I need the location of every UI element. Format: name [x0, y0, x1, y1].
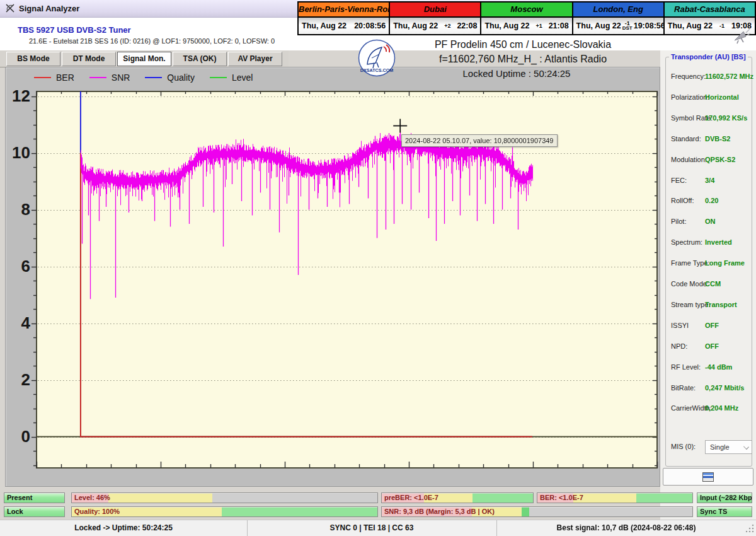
legend-label: Quality: [167, 73, 195, 83]
clock-date: Thu, Aug 22: [576, 21, 621, 30]
clock-time-row: Thu, Aug 22+121:08: [481, 18, 571, 34]
y-axis-label-6: 6: [8, 257, 30, 276]
status-segment-1: SYNC 0 | TEI 18 | CC 63: [247, 520, 497, 536]
clock-berlin-paris-vienna-roma: Berlin-Paris-Vienna-RomaThu, Aug 2220:08…: [299, 3, 390, 34]
tab-av-player[interactable]: AV Player: [228, 52, 282, 66]
tr-label-fec: FEC:: [671, 177, 687, 184]
tr-value-stream-type: Transport: [705, 301, 737, 308]
tr-label-standard: Standard:: [671, 135, 701, 143]
satellite-dish-icon: [731, 28, 751, 44]
status-bar: Locked -> Uptime: 50:24:25SYNC 0 | TEI 1…: [0, 520, 756, 536]
cascade-windows-icon: [702, 472, 714, 482]
frequency-title: f=11602,760 MHz_H_ : Atlantis Radio: [391, 54, 655, 65]
meter-preber-1-0e-7: preBER: <1.0E-7: [381, 492, 534, 503]
meter-lock: Lock: [4, 506, 65, 517]
clock-time: 21:08: [549, 21, 569, 30]
clock-time: 22:08: [457, 21, 477, 30]
app-dish-icon: [5, 3, 16, 14]
tr-label-stream-type: Stream type:: [671, 301, 710, 308]
clock-date: Thu, Aug 22: [393, 21, 438, 30]
meter-label: SNR: 9,3 dB (Margin: 5,3 dB | OK): [382, 507, 692, 516]
tr-label-pilot: Pilot:: [671, 218, 686, 225]
window-title: Signal Analyzer: [19, 4, 79, 13]
clock-london-eng: London, EngThu, Aug 22-1DST19:08:56: [573, 3, 665, 34]
tr-label-issyi: ISSYI: [671, 322, 689, 329]
tr-label-frame-type: Frame Type:: [671, 259, 710, 267]
world-clock-table: Berlin-Paris-Vienna-RomaThu, Aug 2220:08…: [297, 1, 756, 35]
tr-value-carrierwidth: 0,204 MHz: [705, 404, 738, 412]
site-title: PF Prodelin 450 cm / Lucenec-Slovakia: [391, 39, 655, 50]
tr-label-bitrate: BitRate:: [671, 384, 696, 392]
meter-label: Input (~282 Kbps): [697, 493, 752, 503]
tab-bs-mode[interactable]: BS Mode: [6, 52, 60, 66]
dxsatcs-logo: DXSATCS.COM: [358, 39, 396, 77]
y-axis-label-4: 4: [8, 313, 30, 333]
meter-label: BER: <1.0E-7: [537, 493, 692, 503]
clock-utc-offset: +1: [536, 24, 542, 28]
tr-value-frequency: 11602,572 MHz: [705, 73, 753, 80]
tr-label-code-mode: Code Mode:: [671, 280, 709, 288]
tr-label-spectrum: Spectrum:: [671, 238, 702, 246]
legend-color-line: [89, 77, 106, 78]
clock-city: Rabat-Casablanca: [665, 3, 755, 18]
legend-color-line: [145, 77, 162, 78]
status-segment-2: Best signal: 10,7 dB (2024-08-22 06:48): [496, 520, 756, 536]
transponder-panel: Transponder (AU) [BS] Frequency:11602,57…: [660, 50, 756, 520]
y-axis-label-10: 10: [8, 143, 30, 163]
legend-label: BER: [56, 73, 74, 83]
clock-moscow: MoscowThu, Aug 22+121:08: [481, 3, 573, 34]
legend-label: Level: [232, 73, 253, 83]
clock-time: 19:08:56: [634, 21, 665, 30]
tr-label-modulation: Modulation:: [671, 156, 707, 163]
chevron-down-icon: [743, 444, 749, 450]
legend-label: SNR: [112, 73, 130, 83]
mis-label: MIS (0):: [671, 443, 696, 450]
tr-value-polarization: Horizontal: [705, 93, 739, 101]
meter-label: Quality: 100%: [72, 507, 377, 516]
clock-utc-offset: -1DST: [622, 21, 633, 30]
clock-utc-offset: -1: [719, 24, 724, 28]
tr-value-issyi: OFF: [705, 322, 719, 329]
legend-color-line: [210, 77, 227, 78]
tab-dt-mode[interactable]: DT Mode: [62, 52, 116, 66]
tr-value-pilot: ON: [705, 218, 716, 225]
tab-strip: BS ModeDT ModeSignal Mon.TSA (OK)AV Play…: [0, 50, 289, 67]
logo-text: DXSATCS.COM: [360, 67, 394, 73]
tr-value-symbol-rate: 170,992 KS/s: [705, 114, 747, 122]
clock-dubai: DubaiThu, Aug 22+222:08: [390, 3, 481, 34]
meter-present: Present: [4, 492, 65, 503]
meter-label: Lock: [4, 507, 64, 516]
transponder-groupbox: Transponder (AU) [BS] Frequency:11602,57…: [665, 57, 752, 467]
signal-chart-canvas[interactable]: [32, 88, 662, 482]
layout-button[interactable]: [663, 468, 753, 486]
clock-time-row: Thu, Aug 22+222:08: [390, 18, 480, 34]
status-segment-0: Locked -> Uptime: 50:24:25: [0, 520, 248, 536]
clock-city: Moscow: [481, 3, 571, 18]
y-axis-label-8: 8: [8, 200, 30, 219]
meter-sync-ts: Sync TS: [697, 506, 752, 517]
tr-value-spectrum: Inverted: [705, 238, 732, 246]
meter-input-282-kbps: Input (~282 Kbps): [697, 492, 752, 503]
tr-value-npd: OFF: [705, 342, 719, 350]
transponder-title: Transponder (AU) [BS]: [669, 53, 748, 61]
mis-dropdown[interactable]: Single: [705, 440, 752, 454]
clock-city: Berlin-Paris-Vienna-Roma: [299, 3, 389, 18]
y-axis-label-2: 2: [8, 370, 30, 390]
tr-value-fec: 3/4: [705, 177, 714, 184]
legend-item-level: Level: [210, 73, 253, 83]
clock-utc-offset: +2: [444, 24, 450, 28]
meter-label: preBER: <1.0E-7: [382, 493, 533, 503]
tr-value-bitrate: 0,247 Mbit/s: [705, 384, 744, 392]
meter-label: Level: 46%: [72, 493, 377, 503]
y-axis-label-0: 0: [8, 427, 30, 446]
clock-date: Thu, Aug 22: [668, 21, 713, 30]
tr-value-modulation: QPSK-S2: [705, 156, 735, 163]
tab-tsa-ok[interactable]: TSA (OK): [173, 52, 227, 66]
resize-grip[interactable]: [746, 523, 755, 532]
tr-label-rf-level: RF Level:: [671, 363, 701, 371]
tr-value-frame-type: Long Frame: [705, 259, 745, 267]
tr-label-frequency: Frequency:: [671, 73, 706, 80]
clock-city: London, Eng: [573, 3, 663, 18]
legend-item-ber: BER: [34, 73, 74, 83]
tab-signal-mon[interactable]: Signal Mon.: [117, 52, 171, 66]
